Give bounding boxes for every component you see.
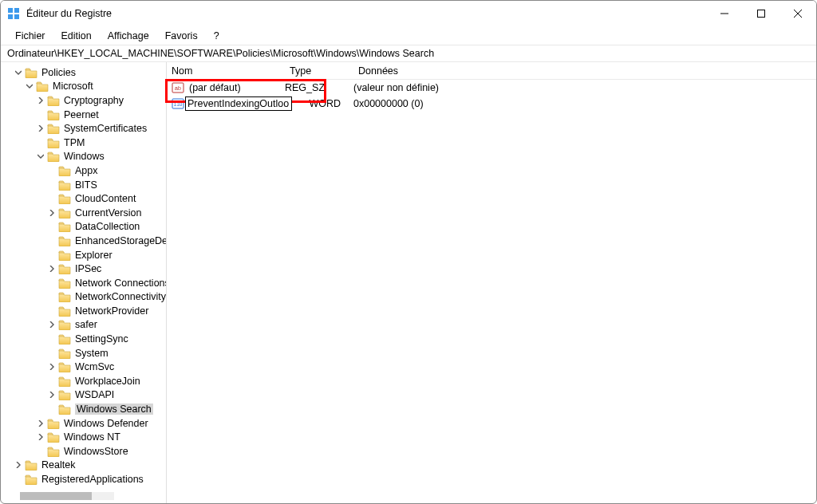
tree-node-networkconnections[interactable]: Network Connections <box>4 276 167 290</box>
addressbar[interactable]: Ordinateur\HKEY_LOCAL_MACHINE\SOFTWARE\P… <box>1 45 816 62</box>
folder-icon <box>58 250 71 261</box>
chevron-right-icon[interactable] <box>14 460 23 470</box>
registry-tree[interactable]: Policies Microsoft Cryptography Peernet <box>1 62 167 490</box>
tree-node-systemcertificates[interactable]: SystemCertificates <box>4 121 167 136</box>
folder-icon <box>58 207 71 219</box>
tree-node-windowsstore[interactable]: WindowsStore <box>4 444 167 459</box>
chevron-right-icon[interactable] <box>47 362 57 372</box>
content: Policies Microsoft Cryptography Peernet <box>1 62 816 503</box>
regedit-icon <box>7 7 20 20</box>
chevron-right-icon[interactable] <box>36 432 45 442</box>
tree-node-workplacejoin[interactable]: WorkplaceJoin <box>4 374 167 388</box>
chevron-right-icon[interactable] <box>47 264 57 274</box>
column-header-data[interactable]: Données <box>353 65 816 77</box>
menubar: Fichier Edition Affichage Favoris ? <box>1 26 816 45</box>
tree-node-networkprovider[interactable]: NetworkProvider <box>4 304 167 318</box>
titlebar: Éditeur du Registre <box>1 1 816 26</box>
tree-node-microsoft[interactable]: Microsoft <box>4 80 167 94</box>
chevron-right-icon[interactable] <box>36 419 45 428</box>
tree-node-bits[interactable]: BITS <box>4 178 167 192</box>
chevron-right-icon[interactable] <box>36 124 45 133</box>
tree-horizontal-scrollbar[interactable] <box>20 492 114 500</box>
folder-icon <box>47 95 60 106</box>
tree-node-system[interactable]: System <box>4 346 167 360</box>
folder-icon <box>58 278 71 289</box>
folder-icon <box>58 305 71 317</box>
folder-icon <box>58 319 71 330</box>
folder-icon <box>58 404 71 415</box>
tree-node-wsdapi[interactable]: WSDAPI <box>4 388 167 403</box>
list-row-default[interactable]: (par défaut) REG_SZ (valeur non définie) <box>167 80 816 96</box>
tree-node-registeredapps[interactable]: RegisteredApplications <box>4 472 167 486</box>
folder-icon <box>58 389 71 400</box>
tree-node-explorer[interactable]: Explorer <box>4 248 167 262</box>
folder-icon <box>58 348 71 359</box>
tree-node-realtek[interactable]: Realtek <box>4 459 167 473</box>
chevron-right-icon[interactable] <box>36 96 45 105</box>
value-type: REG_SZ <box>280 82 349 93</box>
folder-icon <box>58 333 71 345</box>
folder-icon <box>58 263 71 274</box>
folder-icon <box>36 81 49 92</box>
tree-node-cloudcontent[interactable]: CloudContent <box>4 191 167 206</box>
folder-icon <box>25 459 37 471</box>
chevron-right-icon[interactable] <box>47 208 57 218</box>
chevron-down-icon[interactable] <box>36 152 45 161</box>
values-list: Nom Type Données (par défaut) REG_SZ (va… <box>167 62 816 503</box>
folder-icon <box>58 235 71 246</box>
minimize-button[interactable] <box>706 1 743 26</box>
folder-icon <box>25 474 37 485</box>
column-header-name[interactable]: Nom <box>167 65 285 77</box>
tree-node-currentversion[interactable]: CurrentVersion <box>4 206 167 220</box>
scrollbar-thumb[interactable] <box>20 492 92 500</box>
value-data: 0x00000000 (0) <box>349 98 816 109</box>
column-header-type[interactable]: Type <box>285 65 353 77</box>
chevron-right-icon[interactable] <box>47 390 57 400</box>
menu-help[interactable]: ? <box>206 29 227 43</box>
tree-node-enhancedstorage[interactable]: EnhancedStorageDevices <box>4 234 167 248</box>
tree-node-windows[interactable]: Windows <box>4 150 167 164</box>
chevron-down-icon[interactable] <box>14 68 23 77</box>
list-header[interactable]: Nom Type Données <box>167 62 816 80</box>
menu-favorites[interactable]: Favoris <box>157 29 206 43</box>
folder-icon <box>58 291 71 302</box>
value-name: (par défaut) <box>184 82 241 93</box>
tree-node-appx[interactable]: Appx <box>4 163 167 178</box>
folder-icon <box>58 193 71 204</box>
tree-node-peernet[interactable]: Peernet <box>4 108 167 122</box>
tree-node-cryptography[interactable]: Cryptography <box>4 93 167 108</box>
rename-input[interactable] <box>185 96 292 111</box>
folder-icon <box>47 418 60 429</box>
address-path: Ordinateur\HKEY_LOCAL_MACHINE\SOFTWARE\P… <box>7 48 434 59</box>
tree-node-tpm[interactable]: TPM <box>4 136 167 150</box>
menu-view[interactable]: Affichage <box>100 29 157 43</box>
tree-node-windowsnt[interactable]: Windows NT <box>4 430 167 444</box>
tree-node-wcmsvc[interactable]: WcmSvc <box>4 360 167 374</box>
menu-edit[interactable]: Edition <box>53 29 100 43</box>
folder-icon <box>58 221 71 232</box>
folder-icon <box>58 361 71 372</box>
chevron-right-icon[interactable] <box>47 320 57 329</box>
menu-file[interactable]: Fichier <box>7 29 53 43</box>
folder-icon <box>47 109 60 120</box>
chevron-down-icon[interactable] <box>25 81 34 91</box>
tree-node-networkconnectivity[interactable]: NetworkConnectivityStatus <box>4 290 167 305</box>
folder-icon <box>58 179 71 191</box>
folder-icon <box>47 446 60 457</box>
window-title: Éditeur du Registre <box>26 8 112 19</box>
value-data: (valeur non définie) <box>349 82 816 93</box>
tree-node-policies[interactable]: Policies <box>4 65 167 80</box>
tree-node-safer[interactable]: safer <box>4 318 167 333</box>
maximize-button[interactable] <box>743 1 780 26</box>
tree-node-windowsdefender[interactable]: Windows Defender <box>4 416 167 431</box>
tree-node-settingsync[interactable]: SettingSync <box>4 332 167 346</box>
folder-icon <box>25 67 37 78</box>
tree-node-datacollection[interactable]: DataCollection <box>4 220 167 234</box>
folder-icon <box>58 376 71 387</box>
close-button[interactable] <box>780 1 816 26</box>
folder-icon <box>47 123 60 134</box>
tree-node-windowssearch[interactable]: Windows Search <box>4 402 167 416</box>
folder-icon <box>47 151 60 162</box>
tree-node-ipsec[interactable]: IPSec <box>4 262 167 276</box>
tree-pane: Policies Microsoft Cryptography Peernet <box>1 62 167 503</box>
